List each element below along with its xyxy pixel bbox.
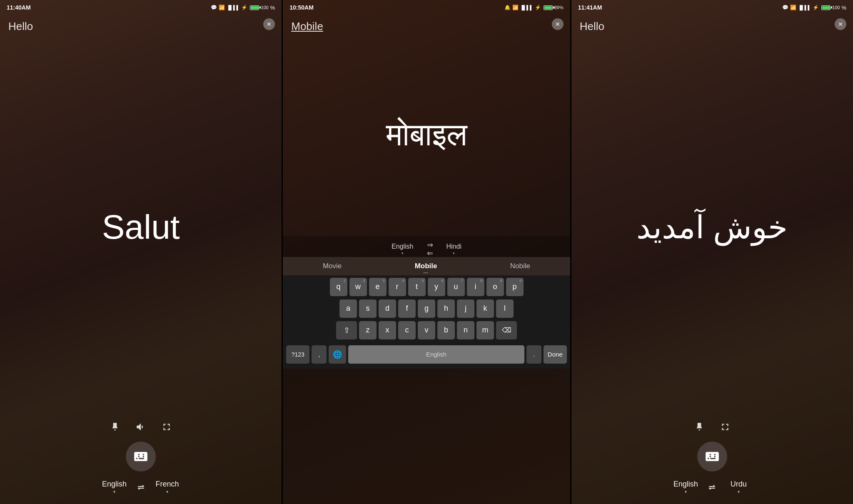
middle-signal-icon: ▐▌▌▌	[520, 5, 533, 10]
key-s[interactable]: s	[359, 299, 377, 318]
key-n[interactable]: n	[457, 321, 474, 339]
left-lang-to-label: French	[156, 480, 179, 489]
key-y[interactable]: 6y	[428, 278, 445, 296]
right-status-bar: 11:41AM 💬 📶 ▐▌▌▌ ⚡ 100%	[571, 0, 853, 15]
key-i[interactable]: 8i	[467, 278, 484, 296]
suggestion-mobile[interactable]: Mobile	[410, 260, 442, 272]
key-x[interactable]: x	[379, 321, 396, 339]
signal-icon: ▐▌▌▌	[227, 5, 239, 10]
left-panel: 11:40AM 💬 📶 ▐▌▌▌ ⚡ 100% Hello ✕ Salut	[0, 0, 282, 504]
right-notif-icon: 💬	[782, 5, 788, 10]
right-status-icons: 💬 📶 ▐▌▌▌ ⚡ 100%	[782, 5, 846, 11]
trans-lang-from-label: English	[392, 243, 413, 250]
key-space[interactable]: English	[348, 345, 524, 364]
trans-lang-from-caret: ▾	[402, 251, 404, 255]
left-bottom-controls: English ▾ ⇌ French ▾	[0, 422, 282, 504]
left-word-label: Hello	[0, 15, 282, 33]
right-wifi-icon: 📶	[790, 5, 796, 10]
key-globe[interactable]: 🌐	[329, 345, 346, 364]
right-swap-icon[interactable]: ⇌	[708, 482, 716, 492]
right-lang-to[interactable]: Urdu ▾	[724, 480, 753, 494]
key-row-3: ⇧ z x c v b n m ⌫	[284, 321, 569, 339]
key-w[interactable]: 2w	[349, 278, 367, 296]
key-q[interactable]: 1q	[330, 278, 347, 296]
keyboard-area: English ▾ ⇒ ⇐ Hindi ▾ Movie Mobile Nobil…	[283, 236, 570, 369]
left-battery-pct: 100	[261, 5, 268, 10]
right-keyboard-button[interactable]	[697, 442, 727, 472]
right-word-label: Hello	[571, 15, 853, 33]
left-status-bar: 11:40AM 💬 📶 ▐▌▌▌ ⚡ 100%	[0, 0, 282, 15]
key-u[interactable]: 7u	[447, 278, 465, 296]
key-period[interactable]: .	[526, 345, 541, 364]
pin-icon[interactable]	[110, 422, 120, 435]
middle-time: 10:50AM	[289, 4, 314, 11]
left-main-word-text: Salut	[102, 208, 180, 246]
right-panel: 11:41AM 💬 📶 ▐▌▌▌ ⚡ 100% Hello ✕ خوش آمدی…	[571, 0, 853, 504]
key-shift[interactable]: ⇧	[336, 321, 357, 339]
key-f[interactable]: f	[398, 299, 416, 318]
left-lang-from-caret: ▾	[113, 489, 115, 494]
key-num-toggle[interactable]: ?123	[286, 345, 309, 364]
key-c[interactable]: c	[398, 321, 416, 339]
left-time: 11:40AM	[7, 4, 31, 11]
middle-close-button[interactable]: ✕	[552, 18, 564, 30]
key-backspace[interactable]: ⌫	[496, 321, 517, 339]
right-lang-row: English ▾ ⇌ Urdu ▾	[671, 480, 753, 494]
keyboard-bottom-row: ?123 , 🌐 English . Done	[284, 343, 569, 366]
trans-lang-from[interactable]: English ▾	[392, 243, 413, 255]
left-keyboard-button[interactable]	[126, 442, 156, 472]
key-t[interactable]: 5t	[408, 278, 426, 296]
key-row-2: a s d f g h j k l	[284, 299, 569, 318]
key-o[interactable]: 9o	[486, 278, 504, 296]
trans-swap-icon[interactable]: ⇒ ⇐	[427, 241, 433, 257]
key-done[interactable]: Done	[544, 345, 567, 364]
key-v[interactable]: v	[418, 321, 435, 339]
key-z[interactable]: z	[359, 321, 377, 339]
middle-status-bar: 10:50AM 🔔 📶 ▐▌▌▌ ⚡ 89%	[283, 0, 570, 15]
trans-lang-to-label: Hindi	[446, 243, 461, 250]
middle-main-word-area: मोबाइल	[283, 33, 570, 236]
translation-row: English ▾ ⇒ ⇐ Hindi ▾	[283, 236, 570, 257]
key-p[interactable]: 0p	[506, 278, 524, 296]
trans-lang-to-caret: ▾	[453, 251, 455, 255]
right-main-word-text: خوش آمدید	[636, 210, 788, 245]
right-lang-from-label: English	[673, 480, 698, 489]
middle-bolt-icon: ⚡	[535, 5, 541, 10]
expand-icon[interactable]	[161, 422, 172, 435]
key-m[interactable]: m	[476, 321, 494, 339]
key-h[interactable]: h	[437, 299, 455, 318]
key-comma[interactable]: ,	[312, 345, 327, 364]
right-pin-icon[interactable]	[694, 422, 705, 435]
left-lang-to-caret: ▾	[166, 489, 168, 494]
key-a[interactable]: a	[339, 299, 357, 318]
middle-wifi-icon: 📶	[512, 5, 519, 10]
right-close-button[interactable]: ✕	[835, 18, 846, 30]
key-e[interactable]: 3e	[369, 278, 387, 296]
left-lang-from[interactable]: English ▾	[100, 480, 129, 494]
right-lang-to-caret: ▾	[738, 489, 740, 494]
left-main-word-area: Salut	[0, 33, 282, 422]
key-g[interactable]: g	[418, 299, 435, 318]
key-k[interactable]: k	[476, 299, 494, 318]
bolt-icon: ⚡	[241, 5, 247, 10]
key-j[interactable]: j	[457, 299, 474, 318]
suggestion-movie[interactable]: Movie	[318, 260, 347, 272]
key-b[interactable]: b	[437, 321, 455, 339]
middle-main-word-text: मोबाइल	[386, 117, 467, 152]
key-d[interactable]: d	[379, 299, 396, 318]
left-lang-to[interactable]: French ▾	[153, 480, 182, 494]
right-main-word-area: خوش آمدید	[571, 33, 853, 422]
middle-status-icons: 🔔 📶 ▐▌▌▌ ⚡ 89%	[504, 5, 564, 10]
right-lang-from[interactable]: English ▾	[671, 480, 700, 494]
key-r[interactable]: 4r	[389, 278, 406, 296]
trans-lang-to[interactable]: Hindi ▾	[446, 243, 461, 255]
keyboard: 1q 2w 3e 4r 5t 6y 7u 8i 9o 0p a s d f g …	[283, 275, 570, 369]
right-lang-to-label: Urdu	[731, 480, 747, 489]
right-lang-from-caret: ▾	[685, 489, 687, 494]
left-battery	[250, 5, 259, 10]
left-swap-icon[interactable]: ⇌	[137, 482, 145, 492]
volume-icon[interactable]	[135, 422, 146, 435]
suggestion-nobile[interactable]: Nobile	[505, 260, 535, 272]
right-expand-icon[interactable]	[720, 422, 731, 435]
key-l[interactable]: l	[496, 299, 514, 318]
